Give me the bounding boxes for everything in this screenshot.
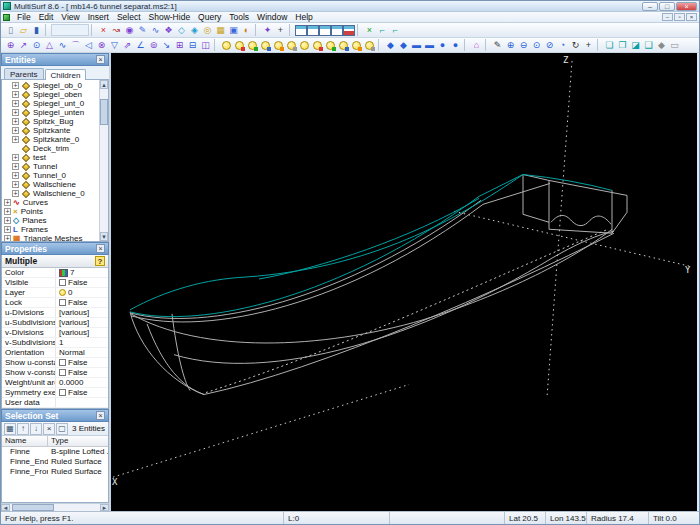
insert-ring-icon[interactable]: ⊚ <box>147 39 160 52</box>
show-layer-icon[interactable] <box>259 39 272 52</box>
expand-icon[interactable]: + <box>12 91 19 98</box>
menu-item[interactable]: Window <box>253 12 291 22</box>
delete-icon[interactable]: × <box>97 24 110 37</box>
property-value[interactable]: [various] <box>56 318 108 327</box>
horizontal-scrollbar[interactable]: ◄ ► <box>1 503 109 511</box>
column-header-type[interactable]: Type <box>48 436 108 446</box>
menu-item[interactable]: Insert <box>84 12 113 22</box>
insert-triangle-icon[interactable]: △ <box>43 39 56 52</box>
properties-close-icon[interactable]: × <box>96 244 105 253</box>
insert-rel-curve-icon[interactable]: ▽ <box>108 39 121 52</box>
zoom-extents-icon[interactable]: ◔ <box>556 39 569 52</box>
close-button[interactable]: × <box>676 2 697 11</box>
show-selected-2-icon[interactable] <box>311 39 324 52</box>
column-header-name[interactable]: Name <box>2 436 48 446</box>
menu-item[interactable]: Query <box>194 12 225 22</box>
toolbar-separator[interactable] <box>378 39 382 51</box>
expand-icon[interactable]: + <box>12 127 19 134</box>
tree-item[interactable]: + test <box>2 153 99 162</box>
window-body-icon[interactable] <box>331 25 343 36</box>
insert-curve-icon[interactable]: ∿ <box>149 24 162 37</box>
new-icon[interactable]: ▯ <box>4 24 17 37</box>
insert-magnet-icon[interactable]: ↘ <box>160 39 173 52</box>
inspect-icon[interactable]: ◎ <box>201 24 214 37</box>
open-icon[interactable]: ▱ <box>17 24 30 37</box>
toolbar-separator[interactable] <box>357 24 361 36</box>
transform-icon[interactable]: ❖ <box>162 24 175 37</box>
expand-icon[interactable]: + <box>12 172 19 179</box>
tree-item[interactable]: Deck_trim <box>2 144 99 153</box>
edit-curve-icon[interactable]: ↝ <box>110 24 123 37</box>
toolbar-separator[interactable] <box>91 24 95 36</box>
select-box-icon[interactable]: ▢ <box>56 423 68 435</box>
tree-item[interactable]: + Spitzk_Bug <box>2 117 99 126</box>
tree-item[interactable]: + × Points <box>2 207 99 216</box>
tree-item[interactable]: + Tunnel_0 <box>2 171 99 180</box>
insert-angle-icon[interactable]: ∠ <box>134 39 147 52</box>
scroll-left-icon[interactable]: ◄ <box>1 504 10 511</box>
shaded-icon[interactable]: ◪ <box>629 39 642 52</box>
materials-icon[interactable]: ✦ <box>261 24 274 37</box>
view-iso-icon[interactable]: ◆ <box>397 39 410 52</box>
intersect-icon[interactable]: ◈ <box>188 24 201 37</box>
tree-item[interactable]: + ◇ Planes <box>2 216 99 225</box>
name-box[interactable] <box>51 24 89 36</box>
property-value[interactable]: Normal <box>56 348 108 357</box>
property-value[interactable]: False <box>56 298 108 307</box>
insert-arc2-icon[interactable]: ⌒ <box>69 39 82 52</box>
show-selected-icon[interactable] <box>233 39 246 52</box>
remove-icon[interactable]: × <box>43 423 55 435</box>
menu-item[interactable]: Tools <box>225 12 253 22</box>
scroll-thumb[interactable] <box>100 99 108 125</box>
window-render-icon[interactable] <box>343 25 355 36</box>
expand-icon[interactable]: + <box>4 208 11 215</box>
property-value[interactable]: 7 <box>56 268 108 277</box>
insert-plane-icon[interactable]: ⊟ <box>186 39 199 52</box>
property-value[interactable]: False <box>56 368 108 377</box>
select-type-icon[interactable]: ⌐ <box>376 24 389 37</box>
help-icon[interactable]: ? <box>95 256 105 266</box>
tree-item[interactable]: + ▦ Triangle Meshes <box>2 234 99 241</box>
view-top-icon[interactable]: ▬ <box>423 39 436 52</box>
expand-icon[interactable]: + <box>4 217 11 224</box>
rotate-view-icon[interactable]: ↻ <box>569 39 582 52</box>
image-icon[interactable]: ◐ <box>240 24 253 37</box>
show-all-icon[interactable] <box>220 39 233 52</box>
tree-item[interactable]: + Wallschiene_0 <box>2 189 99 198</box>
view-front-icon[interactable]: ● <box>436 39 449 52</box>
insert-proj-point-icon[interactable]: ⊗ <box>95 39 108 52</box>
menu-item[interactable]: Show-Hide <box>145 12 195 22</box>
menu-item[interactable]: View <box>57 12 83 22</box>
hide-selected-2-icon[interactable] <box>324 39 337 52</box>
hscroll-thumb[interactable] <box>12 504 54 511</box>
tree-item[interactable]: + Spiegel_unten <box>2 108 99 117</box>
selection-row[interactable]: Finne_Front Ruled Surface <box>2 467 108 477</box>
menu-item[interactable]: Edit <box>35 12 58 22</box>
texture-icon[interactable]: ◆ <box>655 39 668 52</box>
zoom-in-icon[interactable]: ⊕ <box>504 39 517 52</box>
expand-icon[interactable]: + <box>4 235 11 241</box>
expand-icon[interactable]: + <box>12 118 19 125</box>
zoom-window-icon[interactable]: ⊙ <box>530 39 543 52</box>
zoom-out-icon[interactable]: ⊖ <box>517 39 530 52</box>
insert-mirror-icon[interactable]: ◫ <box>199 39 212 52</box>
toggle-visibility-icon[interactable] <box>272 39 285 52</box>
move-down-icon[interactable]: ↓ <box>30 423 42 435</box>
toggle-visibility-2-icon[interactable] <box>350 39 363 52</box>
property-value[interactable]: False <box>56 388 108 397</box>
expand-icon[interactable]: + <box>12 163 19 170</box>
expand-icon[interactable]: + <box>12 190 19 197</box>
view-home-icon[interactable]: ◆ <box>384 39 397 52</box>
window-profile-icon[interactable] <box>319 25 331 36</box>
add-icon[interactable]: + <box>274 24 287 37</box>
window-wireframe-icon[interactable] <box>295 25 307 36</box>
expand-icon[interactable]: + <box>4 226 11 233</box>
property-value[interactable]: [various] <box>56 308 108 317</box>
table-icon[interactable]: ▦ <box>214 24 227 37</box>
rendered-icon[interactable]: ❑ <box>642 39 655 52</box>
expand-icon[interactable]: + <box>12 154 19 161</box>
tree-item[interactable]: + Spiegel_oben <box>2 90 99 99</box>
show-all-2-icon[interactable] <box>298 39 311 52</box>
tree-item[interactable]: + Spitzkante <box>2 126 99 135</box>
scroll-down-icon[interactable]: ▼ <box>100 232 108 241</box>
